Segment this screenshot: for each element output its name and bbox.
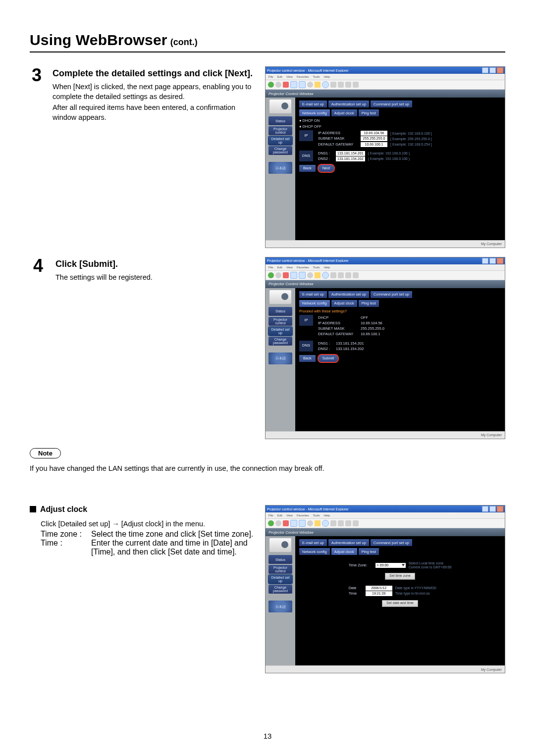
tab-auth[interactable]: Authentication set up xyxy=(328,291,369,298)
sidebar-item-projector-control[interactable]: Projector control xyxy=(268,317,292,326)
discuss-icon[interactable] xyxy=(353,82,359,88)
menu-tools[interactable]: Tools xyxy=(313,514,320,517)
menu-favorites[interactable]: Favorites xyxy=(297,75,309,78)
minimize-button[interactable] xyxy=(482,258,488,264)
sidebar-item-detailed-setup[interactable]: Detailed set up xyxy=(268,575,292,584)
sidebar-item-change-password[interactable]: Change password xyxy=(268,146,292,155)
forward-icon[interactable] xyxy=(275,82,281,88)
menu-view[interactable]: View xyxy=(286,75,293,78)
tab-adjust-clock[interactable]: Adjust clock xyxy=(331,109,357,116)
media-icon[interactable] xyxy=(322,81,329,88)
sidebar-item-projector-control[interactable]: Projector control xyxy=(268,565,292,574)
tab-email[interactable]: E-mail set up xyxy=(299,539,327,546)
stop-icon[interactable] xyxy=(283,82,289,88)
gateway-input[interactable]: 10.69.100.1 xyxy=(361,142,387,147)
stop-icon[interactable] xyxy=(283,520,289,526)
maximize-button[interactable] xyxy=(489,67,496,73)
tab-auth[interactable]: Authentication set up xyxy=(328,101,369,107)
tab-email[interactable]: E-mail set up xyxy=(299,101,327,107)
menu-view[interactable]: View xyxy=(286,266,293,269)
ip-address-input[interactable]: 10.69.104.56 xyxy=(361,131,387,136)
menu-favorites[interactable]: Favorites xyxy=(297,266,309,269)
menu-view[interactable]: View xyxy=(286,514,293,517)
menu-help[interactable]: Help xyxy=(324,75,330,78)
home-icon[interactable] xyxy=(299,272,306,279)
back-button[interactable]: Back xyxy=(299,355,316,362)
forward-icon[interactable] xyxy=(275,520,281,526)
favorites-icon[interactable] xyxy=(315,82,321,88)
tab-network[interactable]: Network config xyxy=(299,548,330,555)
tab-email[interactable]: E-mail set up xyxy=(299,291,327,298)
sidebar-item-japanese[interactable]: 日本語 xyxy=(268,601,292,612)
minimize-button[interactable] xyxy=(482,506,488,512)
dns1-input[interactable]: 133.181.154.201 xyxy=(336,151,365,156)
mail-icon[interactable] xyxy=(338,82,344,88)
favorites-icon[interactable] xyxy=(315,520,321,526)
maximize-button[interactable] xyxy=(489,506,496,512)
next-button[interactable]: Next xyxy=(319,165,334,172)
stop-icon[interactable] xyxy=(283,272,289,278)
sidebar-item-japanese[interactable]: 日本語 xyxy=(268,162,292,174)
sidebar-item-projector-control[interactable]: Projector control xyxy=(268,126,292,135)
history-icon[interactable] xyxy=(330,82,336,88)
dhcp-off-option[interactable]: ● DHCP OFF xyxy=(299,124,501,129)
print-icon[interactable] xyxy=(345,520,351,526)
home-icon[interactable] xyxy=(299,81,306,88)
sidebar-item-change-password[interactable]: Change password xyxy=(268,585,292,594)
tab-auth[interactable]: Authentication set up xyxy=(328,539,369,546)
back-icon[interactable] xyxy=(268,520,274,526)
tab-comm[interactable]: Command port set up xyxy=(371,291,412,298)
search-icon[interactable] xyxy=(307,272,313,278)
menu-file[interactable]: File xyxy=(268,514,273,517)
sidebar-item-status[interactable]: Status xyxy=(268,555,292,564)
sidebar-item-detailed-setup[interactable]: Detailed set up xyxy=(268,136,292,145)
menu-tools[interactable]: Tools xyxy=(313,75,320,78)
favorites-icon[interactable] xyxy=(315,272,321,278)
menu-edit[interactable]: Edit xyxy=(277,266,282,269)
discuss-icon[interactable] xyxy=(353,520,359,526)
set-time-zone-button[interactable]: Set time zone xyxy=(385,573,415,580)
time-input[interactable]: 19:21:39 xyxy=(366,591,392,596)
back-button[interactable]: Back xyxy=(299,165,316,172)
tab-adjust-clock[interactable]: Adjust clock xyxy=(331,300,357,307)
menu-favorites[interactable]: Favorites xyxy=(297,514,309,517)
history-icon[interactable] xyxy=(330,272,336,278)
menu-file[interactable]: File xyxy=(268,266,273,269)
dhcp-on-option[interactable]: ● DHCP ON xyxy=(299,118,501,123)
sidebar-item-japanese[interactable]: 日本語 xyxy=(268,353,292,364)
tab-ping[interactable]: Ping test xyxy=(359,300,379,307)
menu-tools[interactable]: Tools xyxy=(313,266,320,269)
print-icon[interactable] xyxy=(345,82,351,88)
sidebar-item-status[interactable]: Status xyxy=(268,307,292,316)
sidebar-item-status[interactable]: Status xyxy=(268,116,292,125)
menu-edit[interactable]: Edit xyxy=(277,514,282,517)
menu-help[interactable]: Help xyxy=(324,266,330,269)
minimize-button[interactable] xyxy=(482,67,488,73)
menu-edit[interactable]: Edit xyxy=(277,75,282,78)
close-button[interactable] xyxy=(497,67,503,73)
discuss-icon[interactable] xyxy=(353,272,359,278)
menu-file[interactable]: File xyxy=(268,75,273,78)
maximize-button[interactable] xyxy=(489,258,496,264)
search-icon[interactable] xyxy=(307,520,313,526)
back-icon[interactable] xyxy=(268,272,274,278)
media-icon[interactable] xyxy=(322,520,329,527)
mail-icon[interactable] xyxy=(338,272,344,278)
media-icon[interactable] xyxy=(322,272,329,279)
date-input[interactable]: 2006/1/12 xyxy=(366,586,392,591)
set-date-time-button[interactable]: Set date and time xyxy=(382,600,418,607)
timezone-select[interactable]: + 09:00 xyxy=(375,563,406,568)
menu-help[interactable]: Help xyxy=(324,514,330,517)
mail-icon[interactable] xyxy=(338,520,344,526)
subnet-input[interactable]: 255.255.255.0 xyxy=(361,136,387,141)
tab-ping[interactable]: Ping test xyxy=(359,548,379,555)
back-icon[interactable] xyxy=(268,82,274,88)
close-button[interactable] xyxy=(497,258,503,264)
tab-network[interactable]: Network config xyxy=(299,300,330,307)
refresh-icon[interactable] xyxy=(290,81,297,88)
home-icon[interactable] xyxy=(299,520,306,527)
tab-comm[interactable]: Command port set up xyxy=(371,539,412,546)
print-icon[interactable] xyxy=(345,272,351,278)
tab-ping[interactable]: Ping test xyxy=(359,109,379,116)
tab-network[interactable]: Network config xyxy=(299,109,330,116)
